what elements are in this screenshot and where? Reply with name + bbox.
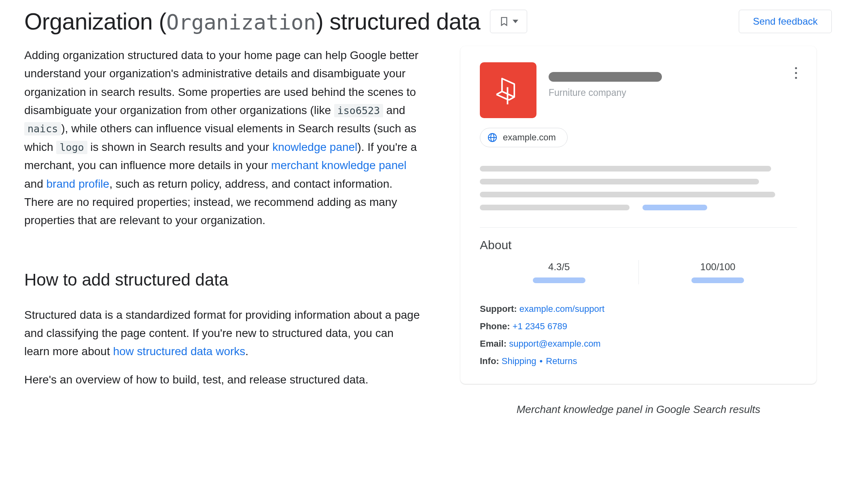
- support-label: Support:: [480, 304, 517, 314]
- link-brand-profile[interactable]: brand profile: [47, 178, 110, 190]
- title-code: Organization: [166, 10, 316, 34]
- feedback-label: Send feedback: [753, 16, 818, 27]
- link-how-structured-data-works[interactable]: how structured data works: [113, 345, 245, 358]
- link-knowledge-panel[interactable]: knowledge panel: [272, 141, 357, 153]
- description-skeleton: [480, 166, 797, 210]
- company-category: Furniture company: [549, 87, 662, 98]
- section-heading-how-to: How to add structured data: [24, 266, 421, 294]
- phone-link[interactable]: +1 2345 6789: [513, 321, 567, 331]
- website-pill[interactable]: example.com: [480, 128, 568, 147]
- bookmark-icon: [499, 16, 509, 27]
- send-feedback-button[interactable]: Send feedback: [739, 10, 832, 33]
- code-logo: logo: [56, 141, 87, 154]
- howto-paragraph-2: Here's an overview of how to build, test…: [24, 371, 421, 389]
- info-label: Info:: [480, 356, 499, 366]
- returns-link[interactable]: Returns: [546, 356, 577, 366]
- bookmark-button[interactable]: [490, 10, 527, 33]
- rating-2-value: 100/100: [700, 261, 736, 273]
- globe-icon: [488, 133, 497, 142]
- company-name-placeholder: [549, 72, 662, 82]
- contact-info: Support: example.com/support Phone: +1 2…: [480, 301, 797, 370]
- title-suffix: ) structured data: [316, 8, 481, 34]
- howto-paragraph-1: Structured data is a standardized format…: [24, 306, 421, 361]
- article-body: Adding organization structured data to y…: [24, 46, 421, 398]
- code-naics: naics: [24, 122, 61, 136]
- company-logo: [480, 62, 536, 118]
- knowledge-panel-example: Furniture company example.com: [460, 46, 816, 384]
- email-link[interactable]: support@example.com: [509, 339, 601, 349]
- email-label: Email:: [480, 339, 507, 349]
- code-iso6523: iso6523: [334, 104, 383, 117]
- rating-1: 4.3/5: [480, 261, 638, 283]
- support-link[interactable]: example.com/support: [519, 304, 604, 314]
- chair-icon: [493, 75, 524, 106]
- phone-label: Phone:: [480, 321, 510, 331]
- page-title: Organization (Organization) structured d…: [24, 8, 480, 35]
- rating-1-value: 4.3/5: [548, 261, 570, 273]
- title-prefix: Organization (: [24, 8, 166, 34]
- panel-caption: Merchant knowledge panel in Google Searc…: [517, 403, 761, 416]
- link-merchant-knowledge-panel[interactable]: merchant knowledge panel: [271, 159, 407, 172]
- website-url: example.com: [503, 132, 556, 143]
- rating-2: 100/100: [639, 261, 797, 283]
- caret-down-icon: [513, 19, 518, 24]
- intro-paragraph: Adding organization structured data to y…: [24, 46, 421, 230]
- shipping-link[interactable]: Shipping: [502, 356, 536, 366]
- more-options-icon[interactable]: [795, 67, 797, 79]
- about-heading: About: [480, 238, 797, 252]
